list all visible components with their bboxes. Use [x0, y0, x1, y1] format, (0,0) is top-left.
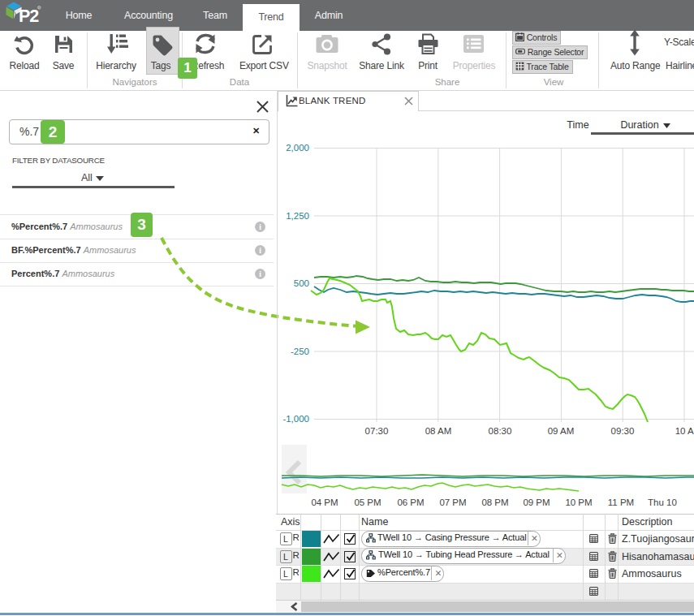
svg-text:i: i: [259, 247, 261, 255]
svg-text:i: i: [259, 223, 261, 231]
svg-text:i: i: [259, 270, 261, 278]
svg-text:P2: P2: [19, 6, 39, 26]
